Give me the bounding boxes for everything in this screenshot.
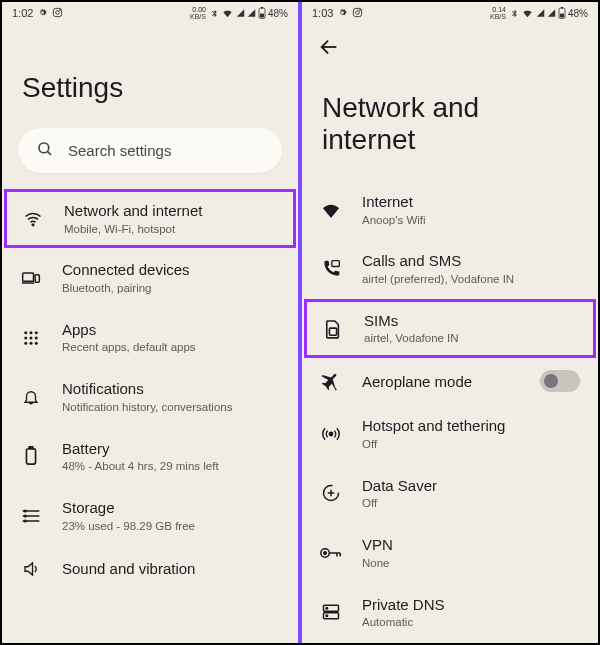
svg-point-19 (30, 341, 33, 344)
svg-rect-33 (561, 7, 563, 8)
status-time: 1:02 (12, 7, 33, 19)
page-title: Network and internet (302, 62, 598, 180)
item-sound-and-vibration[interactable]: Sound and vibration (2, 546, 298, 592)
item-subtitle: Off (362, 496, 580, 511)
item-title: VPN (362, 535, 580, 555)
item-calls-and-sms[interactable]: Calls and SMS airtel (preferred), Vodafo… (302, 239, 598, 298)
page-title: Settings (2, 22, 298, 128)
instagram-icon (52, 7, 63, 20)
signal-icon (547, 8, 556, 18)
svg-point-31 (360, 9, 361, 10)
svg-point-12 (24, 331, 27, 334)
search-placeholder: Search settings (68, 142, 171, 159)
svg-point-38 (329, 432, 332, 435)
item-connected-devices[interactable]: Connected devices Bluetooth, pairing (2, 248, 298, 307)
item-title: Internet (362, 192, 580, 212)
svg-point-43 (324, 552, 327, 555)
status-bar: 1:02 0.00KB/S 48% (2, 2, 298, 22)
svg-rect-5 (260, 14, 264, 18)
svg-rect-10 (35, 275, 39, 283)
status-net-speed: 0.14 (492, 6, 506, 13)
item-private-dns[interactable]: Private DNS Automatic (302, 583, 598, 642)
item-network-and-internet[interactable]: Network and internet Mobile, Wi-Fi, hots… (4, 189, 296, 248)
item-hotspot-and-tethering[interactable]: Hotspot and tethering Off (302, 404, 598, 463)
network-internet-screen: 1:03 0.14KB/S 48% Network and internet (300, 2, 598, 643)
svg-point-20 (35, 341, 38, 344)
gear-icon (337, 7, 348, 20)
svg-point-27 (24, 515, 26, 517)
signal-icon (536, 8, 545, 18)
item-subtitle: Anoop's Wifi (362, 213, 580, 228)
search-icon (36, 140, 54, 161)
bell-icon (20, 386, 42, 408)
signal-icon (247, 8, 256, 18)
svg-point-16 (30, 336, 33, 339)
gear-icon (37, 7, 48, 20)
item-aeroplane-mode[interactable]: Aeroplane mode (302, 358, 598, 404)
svg-rect-4 (261, 7, 263, 8)
aeroplane-mode-toggle[interactable] (540, 370, 580, 392)
item-subtitle: airtel (preferred), Vodafone IN (362, 272, 580, 287)
apps-grid-icon (20, 327, 42, 349)
item-data-saver[interactable]: Data Saver Off (302, 464, 598, 523)
battery-icon (558, 7, 566, 19)
item-title: Apps (62, 320, 280, 340)
signal-icon (236, 8, 245, 18)
storage-icon (20, 505, 42, 527)
status-battery: 48% (568, 8, 588, 19)
item-title: Aeroplane mode (362, 372, 520, 392)
item-battery[interactable]: Battery 48% - About 4 hrs, 29 mins left (2, 427, 298, 486)
volume-icon (20, 558, 42, 580)
battery-icon (20, 445, 42, 467)
svg-point-8 (32, 224, 34, 226)
svg-rect-22 (29, 447, 33, 449)
svg-point-30 (356, 10, 360, 14)
network-list: Internet Anoop's Wifi Calls and SMS airt… (302, 180, 598, 643)
svg-rect-34 (560, 14, 564, 18)
item-sims[interactable]: SIMs airtel, Vodafone IN (304, 299, 596, 358)
item-storage[interactable]: Storage 23% used - 98.29 GB free (2, 486, 298, 545)
item-title: Data Saver (362, 476, 580, 496)
status-bar: 1:03 0.14KB/S 48% (302, 2, 598, 22)
item-subtitle: Recent apps, default apps (62, 340, 280, 355)
wifi-filled-icon (320, 199, 342, 221)
battery-icon (258, 7, 266, 19)
item-vpn[interactable]: VPN None (302, 523, 598, 582)
search-settings[interactable]: Search settings (18, 128, 282, 173)
svg-point-13 (30, 331, 33, 334)
hotspot-icon (320, 423, 342, 445)
svg-point-6 (39, 143, 49, 153)
bluetooth-icon (510, 8, 519, 19)
item-title: Connected devices (62, 260, 280, 280)
bluetooth-icon (210, 8, 219, 19)
svg-point-18 (24, 341, 27, 344)
item-apps[interactable]: Apps Recent apps, default apps (2, 308, 298, 367)
item-subtitle: Notification history, conversations (62, 400, 280, 415)
svg-rect-37 (329, 328, 336, 335)
status-battery: 48% (268, 8, 288, 19)
item-subtitle: Automatic (362, 615, 580, 630)
svg-point-2 (60, 9, 61, 10)
svg-rect-21 (26, 449, 35, 464)
item-subtitle: 48% - About 4 hrs, 29 mins left (62, 459, 280, 474)
item-title: Hotspot and tethering (362, 416, 580, 436)
item-title: Network and internet (64, 201, 278, 221)
status-time: 1:03 (312, 7, 333, 19)
wifi-icon (22, 208, 44, 230)
svg-point-1 (56, 10, 60, 14)
instagram-icon (352, 7, 363, 20)
wifi-icon (221, 8, 234, 19)
item-subtitle: Mobile, Wi-Fi, hotspot (64, 222, 278, 237)
settings-list: Network and internet Mobile, Wi-Fi, hots… (2, 189, 298, 643)
item-subtitle: Bluetooth, pairing (62, 281, 280, 296)
vpn-key-icon (320, 542, 342, 564)
back-button[interactable] (302, 22, 598, 62)
status-net-speed: 0.00 (192, 6, 206, 13)
svg-point-49 (326, 608, 328, 610)
item-subtitle: Off (362, 437, 580, 452)
item-notifications[interactable]: Notifications Notification history, conv… (2, 367, 298, 426)
dns-icon (320, 601, 342, 623)
item-internet[interactable]: Internet Anoop's Wifi (302, 180, 598, 239)
item-subtitle: 23% used - 98.29 GB free (62, 519, 280, 534)
item-subtitle: None (362, 556, 580, 571)
